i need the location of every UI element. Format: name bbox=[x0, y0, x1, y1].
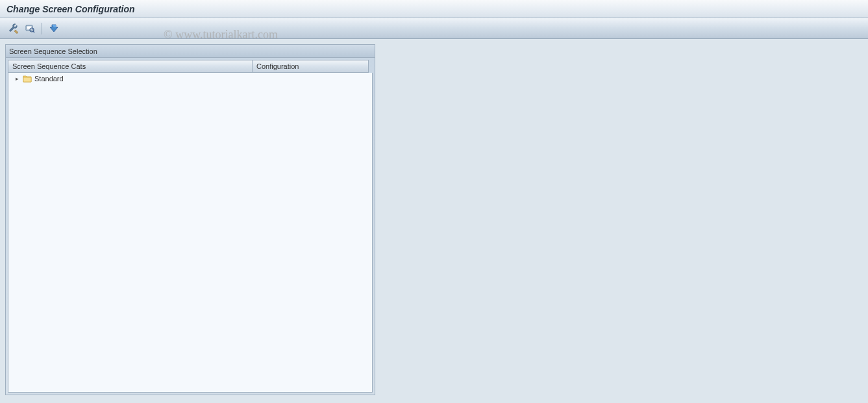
main-area: Screen Sequence Selection Screen Sequenc… bbox=[0, 39, 868, 403]
column-header-config[interactable]: Configuration bbox=[252, 60, 369, 73]
column-headers: Screen Sequence Cats Configuration bbox=[8, 60, 373, 73]
screen-sequence-panel: Screen Sequence Selection Screen Sequenc… bbox=[5, 44, 375, 395]
column-header-cats[interactable]: Screen Sequence Cats bbox=[8, 60, 252, 73]
folder-icon bbox=[21, 75, 33, 83]
toolbar-preview-button[interactable] bbox=[23, 21, 37, 36]
tree-area[interactable]: ▸ Standard bbox=[8, 73, 373, 393]
print-preview-icon bbox=[25, 23, 35, 34]
tools-icon bbox=[8, 23, 19, 34]
toolbar-tools-button[interactable] bbox=[6, 21, 21, 36]
title-bar: Change Screen Configuration bbox=[0, 0, 868, 18]
toolbar bbox=[0, 18, 868, 39]
panel-header: Screen Sequence Selection bbox=[6, 45, 375, 58]
svg-line-3 bbox=[33, 31, 34, 32]
toolbar-separator bbox=[42, 23, 42, 34]
toolbar-display-button[interactable] bbox=[47, 21, 61, 36]
panel-body: Screen Sequence Cats Configuration ▸ Sta… bbox=[6, 58, 375, 395]
tree-item-label: Standard bbox=[34, 75, 64, 83]
page-title: Change Screen Configuration bbox=[6, 4, 135, 14]
tree-item-standard[interactable]: ▸ Standard bbox=[8, 73, 372, 84]
svg-rect-1 bbox=[27, 26, 32, 29]
expand-icon[interactable]: ▸ bbox=[14, 75, 20, 82]
display-icon bbox=[49, 23, 59, 34]
